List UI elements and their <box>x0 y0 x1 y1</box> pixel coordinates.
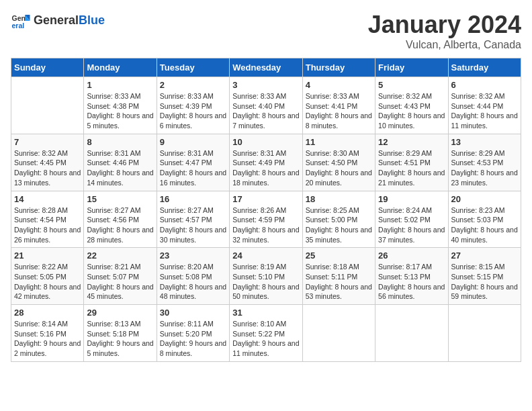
day-info: Sunrise: 8:13 AMSunset: 5:18 PMDaylight:… <box>87 319 153 359</box>
page-header: Gen eral GeneralBlue January 2024 Vulcan… <box>11 11 521 51</box>
day-info: Sunrise: 8:10 AMSunset: 5:22 PMDaylight:… <box>232 319 299 359</box>
weekday-label: Tuesday <box>157 58 229 77</box>
day-info: Sunrise: 8:23 AMSunset: 5:03 PMDaylight:… <box>451 205 518 245</box>
calendar-cell: 4Sunrise: 8:33 AMSunset: 4:41 PMDaylight… <box>302 77 375 134</box>
calendar-cell: 25Sunrise: 8:18 AMSunset: 5:11 PMDayligh… <box>302 248 375 305</box>
calendar-table: SundayMondayTuesdayWednesdayThursdayFrid… <box>11 58 521 362</box>
day-info: Sunrise: 8:33 AMSunset: 4:41 PMDaylight:… <box>306 91 372 131</box>
day-number: 1 <box>87 80 153 90</box>
day-number: 7 <box>14 137 81 147</box>
calendar-cell: 17Sunrise: 8:26 AMSunset: 4:59 PMDayligh… <box>230 191 302 248</box>
day-info: Sunrise: 8:11 AMSunset: 5:20 PMDaylight:… <box>160 319 226 359</box>
day-info: Sunrise: 8:32 AMSunset: 4:43 PMDaylight:… <box>378 91 445 131</box>
day-info: Sunrise: 8:29 AMSunset: 4:51 PMDaylight:… <box>378 148 445 188</box>
day-number: 21 <box>14 250 81 261</box>
calendar-cell: 28Sunrise: 8:14 AMSunset: 5:16 PMDayligh… <box>11 305 84 362</box>
day-info: Sunrise: 8:24 AMSunset: 5:02 PMDaylight:… <box>378 205 445 245</box>
day-info: Sunrise: 8:27 AMSunset: 4:57 PMDaylight:… <box>160 205 226 245</box>
calendar-week-row: 7Sunrise: 8:32 AMSunset: 4:45 PMDaylight… <box>11 134 521 191</box>
calendar-cell: 27Sunrise: 8:15 AMSunset: 5:15 PMDayligh… <box>448 248 521 305</box>
day-number: 31 <box>232 308 299 318</box>
calendar-cell: 9Sunrise: 8:31 AMSunset: 4:47 PMDaylight… <box>157 134 229 191</box>
calendar-cell: 18Sunrise: 8:25 AMSunset: 5:00 PMDayligh… <box>302 191 375 248</box>
calendar-cell: 29Sunrise: 8:13 AMSunset: 5:18 PMDayligh… <box>84 305 157 362</box>
day-info: Sunrise: 8:26 AMSunset: 4:59 PMDaylight:… <box>232 205 299 245</box>
day-number: 22 <box>87 250 153 261</box>
calendar-week-row: 28Sunrise: 8:14 AMSunset: 5:16 PMDayligh… <box>11 305 521 362</box>
day-info: Sunrise: 8:32 AMSunset: 4:44 PMDaylight:… <box>451 91 518 131</box>
calendar-cell: 3Sunrise: 8:33 AMSunset: 4:40 PMDaylight… <box>230 77 302 134</box>
calendar-cell: 13Sunrise: 8:29 AMSunset: 4:53 PMDayligh… <box>448 134 521 191</box>
day-number: 12 <box>378 137 445 147</box>
calendar-cell: 26Sunrise: 8:17 AMSunset: 5:13 PMDayligh… <box>375 248 448 305</box>
day-number: 3 <box>232 80 299 90</box>
day-number: 27 <box>451 250 518 261</box>
day-number: 25 <box>306 250 372 261</box>
day-number: 6 <box>451 80 518 90</box>
calendar-week-row: 1Sunrise: 8:33 AMSunset: 4:38 PMDaylight… <box>11 77 521 134</box>
day-number: 14 <box>14 194 81 204</box>
calendar-cell: 22Sunrise: 8:21 AMSunset: 5:07 PMDayligh… <box>84 248 157 305</box>
day-number: 28 <box>14 308 81 318</box>
calendar-cell: 19Sunrise: 8:24 AMSunset: 5:02 PMDayligh… <box>375 191 448 248</box>
day-info: Sunrise: 8:21 AMSunset: 5:07 PMDaylight:… <box>87 262 153 302</box>
calendar-cell: 12Sunrise: 8:29 AMSunset: 4:51 PMDayligh… <box>375 134 448 191</box>
day-number: 17 <box>232 194 299 204</box>
day-info: Sunrise: 8:31 AMSunset: 4:47 PMDaylight:… <box>160 148 226 188</box>
day-info: Sunrise: 8:20 AMSunset: 5:08 PMDaylight:… <box>160 262 226 302</box>
weekday-label: Sunday <box>11 58 84 77</box>
day-info: Sunrise: 8:25 AMSunset: 5:00 PMDaylight:… <box>306 205 372 245</box>
day-number: 10 <box>232 137 299 147</box>
day-number: 19 <box>378 194 445 204</box>
calendar-cell: 16Sunrise: 8:27 AMSunset: 4:57 PMDayligh… <box>157 191 229 248</box>
day-number: 13 <box>451 137 518 147</box>
calendar-cell: 7Sunrise: 8:32 AMSunset: 4:45 PMDaylight… <box>11 134 84 191</box>
calendar-cell: 1Sunrise: 8:33 AMSunset: 4:38 PMDaylight… <box>84 77 157 134</box>
calendar-cell <box>302 305 375 362</box>
logo-general: General <box>34 13 79 27</box>
day-info: Sunrise: 8:32 AMSunset: 4:45 PMDaylight:… <box>14 148 81 188</box>
calendar-cell: 15Sunrise: 8:27 AMSunset: 4:56 PMDayligh… <box>84 191 157 248</box>
calendar-cell: 21Sunrise: 8:22 AMSunset: 5:05 PMDayligh… <box>11 248 84 305</box>
day-info: Sunrise: 8:17 AMSunset: 5:13 PMDaylight:… <box>378 262 445 302</box>
calendar-cell: 23Sunrise: 8:20 AMSunset: 5:08 PMDayligh… <box>157 248 229 305</box>
month-title: January 2024 <box>368 11 521 39</box>
calendar-cell: 11Sunrise: 8:30 AMSunset: 4:50 PMDayligh… <box>302 134 375 191</box>
calendar-cell <box>448 305 521 362</box>
day-number: 18 <box>306 194 372 204</box>
day-number: 15 <box>87 194 153 204</box>
day-number: 16 <box>160 194 226 204</box>
day-info: Sunrise: 8:15 AMSunset: 5:15 PMDaylight:… <box>451 262 518 302</box>
day-info: Sunrise: 8:33 AMSunset: 4:39 PMDaylight:… <box>160 91 226 131</box>
day-number: 29 <box>87 308 153 318</box>
calendar-cell: 30Sunrise: 8:11 AMSunset: 5:20 PMDayligh… <box>157 305 229 362</box>
day-number: 4 <box>306 80 372 90</box>
calendar-cell <box>11 77 84 134</box>
day-number: 24 <box>232 250 299 261</box>
calendar-cell: 14Sunrise: 8:28 AMSunset: 4:54 PMDayligh… <box>11 191 84 248</box>
day-info: Sunrise: 8:33 AMSunset: 4:38 PMDaylight:… <box>87 91 153 131</box>
calendar-week-row: 21Sunrise: 8:22 AMSunset: 5:05 PMDayligh… <box>11 248 521 305</box>
weekday-label: Saturday <box>448 58 521 77</box>
calendar-body: 1Sunrise: 8:33 AMSunset: 4:38 PMDaylight… <box>11 77 521 362</box>
logo: Gen eral GeneralBlue <box>11 11 105 31</box>
day-number: 26 <box>378 250 445 261</box>
location-title: Vulcan, Alberta, Canada <box>368 39 521 51</box>
day-info: Sunrise: 8:31 AMSunset: 4:46 PMDaylight:… <box>87 148 153 188</box>
day-info: Sunrise: 8:18 AMSunset: 5:11 PMDaylight:… <box>306 262 372 302</box>
calendar-cell: 6Sunrise: 8:32 AMSunset: 4:44 PMDaylight… <box>448 77 521 134</box>
day-info: Sunrise: 8:31 AMSunset: 4:49 PMDaylight:… <box>232 148 299 188</box>
day-number: 23 <box>160 250 226 261</box>
day-number: 5 <box>378 80 445 90</box>
day-info: Sunrise: 8:19 AMSunset: 5:10 PMDaylight:… <box>232 262 299 302</box>
day-info: Sunrise: 8:33 AMSunset: 4:40 PMDaylight:… <box>232 91 299 131</box>
day-number: 9 <box>160 137 226 147</box>
weekday-header-row: SundayMondayTuesdayWednesdayThursdayFrid… <box>11 58 521 77</box>
calendar-cell: 5Sunrise: 8:32 AMSunset: 4:43 PMDaylight… <box>375 77 448 134</box>
logo-icon: Gen eral <box>11 11 31 31</box>
day-info: Sunrise: 8:27 AMSunset: 4:56 PMDaylight:… <box>87 205 153 245</box>
calendar-cell: 31Sunrise: 8:10 AMSunset: 5:22 PMDayligh… <box>230 305 302 362</box>
calendar-week-row: 14Sunrise: 8:28 AMSunset: 4:54 PMDayligh… <box>11 191 521 248</box>
day-number: 11 <box>306 137 372 147</box>
calendar-cell: 2Sunrise: 8:33 AMSunset: 4:39 PMDaylight… <box>157 77 229 134</box>
